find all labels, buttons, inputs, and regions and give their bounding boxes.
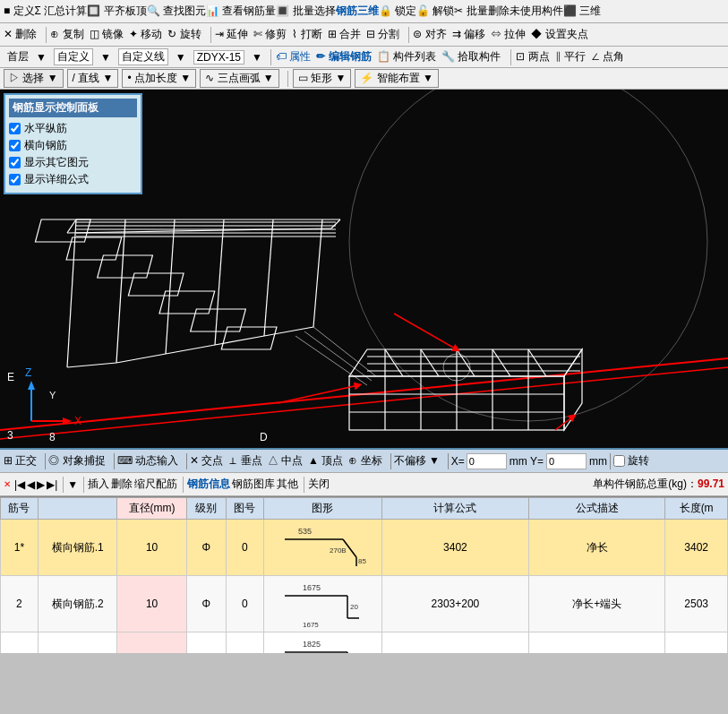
menu-align[interactable]: 🔲 平齐板顶 [87,4,146,19]
status-dynamic[interactable]: ⌨ 动态输入 [117,453,178,469]
layer-code[interactable]: ZDYX-15 [193,50,244,65]
snap-cross[interactable]: ✕ 交点 [190,453,223,469]
layer-sep2: ▼ [100,51,111,64]
main-canvas[interactable]: Z X Y E 3 D 8 钢筋显示控制面板 水平纵筋 横向钢筋 [0,90,728,448]
layer-sep1: ▼ [36,51,47,64]
menu-view-rebar[interactable]: 📊 查看钢筋量 [206,4,276,19]
snap-top[interactable]: ▲ 顶点 [308,453,343,469]
btn-insert[interactable]: 插入 [88,477,109,492]
status-snap[interactable]: ◎ 对象捕捉 [48,453,105,469]
checkbox-other-elem[interactable]: 显示其它图元 [9,155,137,170]
y-input[interactable] [546,453,587,469]
menu-3d[interactable]: ⬛ 三维 [563,4,601,19]
status-bar: ⊞ 正交 ◎ 对象捕捉 ⌨ 动态输入 ✕ 交点 ⊥ 垂点 △ 中点 ▲ 顶点 ⊕… [0,448,728,473]
checkbox-transverse[interactable]: 横向钢筋 [9,138,137,153]
btn-delete[interactable]: ✕ 删除 [4,27,37,42]
btn-select[interactable]: ▷ 选择 ▼ [4,69,64,88]
btn-break[interactable]: ⌇ 打断 [292,27,321,42]
btn-rotate[interactable]: ↻ 旋转 [167,27,201,42]
panel-title: 钢筋显示控制面板 [9,99,137,117]
btn-parallel[interactable]: ∥ 平行 [555,49,586,65]
btn-align[interactable]: ⊜ 对齐 [413,27,446,42]
status-no-offset[interactable]: 不偏移 ▼ [394,453,440,469]
label-other-elem: 显示其它图元 [24,155,89,170]
menu-define[interactable]: ■ 定义 [4,4,35,19]
svg-text:E: E [7,371,14,383]
btn-line[interactable]: / 直线 ▼ [67,69,119,88]
snap-coord[interactable]: ⊕ 坐标 [348,453,381,469]
cell-name: 横向钢筋.1 [38,520,117,576]
btn-member-list[interactable]: 📋 构件列表 [377,49,436,65]
btn-pick-member[interactable]: 🔧 拾取构件 [441,49,501,65]
btn-edit-rebar[interactable]: ✏ 编辑钢筋 [316,49,371,65]
cell-formula: 3402 [381,520,529,576]
table-row[interactable]: 2 横向钢筋.2 10 Φ 0 1675 20 1675 2303+200 净长… [1,576,728,632]
table-row[interactable]: 3 横向钢筋.3 10 Φ 0 1825 20 1925+200 净长+端头 2… [1,632,728,654]
chk-horizontal[interactable] [9,123,21,134]
th-desc: 公式描述 [529,498,665,520]
chk-other-elem[interactable] [9,157,21,168]
label-transverse: 横向钢筋 [24,138,67,153]
chk-detail-formula[interactable] [9,174,21,185]
layer-sep3: ▼ [176,51,186,64]
btn-rebar-info[interactable]: 钢筋信息 [187,477,230,492]
x-input[interactable] [467,453,507,469]
checkbox-horizontal[interactable]: 水平纵筋 [9,121,137,136]
btn-offset[interactable]: ⇉ 偏移 [452,27,485,42]
player-sep1 [63,477,64,493]
btn-scale[interactable]: 缩尺配筋 [134,477,177,492]
btn-other[interactable]: 其他 [277,477,298,492]
btn-grip[interactable]: ◆ 设置夹点 [531,27,587,42]
th-length: 长度(m [665,498,728,520]
btn-player-next[interactable]: ▶ [37,478,45,491]
snap-perp[interactable]: ⊥ 垂点 [228,453,261,469]
btn-rebar-lib[interactable]: 钢筋图库 [232,477,275,492]
checkbox-detail-formula[interactable]: 显示详细公式 [9,172,137,187]
btn-mirror[interactable]: ◫ 镜像 [90,27,124,42]
table-row[interactable]: 1* 横向钢筋.1 10 Φ 0 535 270B 85 3402 净长 340… [1,520,728,576]
btn-player-start[interactable]: |◀ [14,478,25,491]
btn-close[interactable]: 关闭 [308,477,330,492]
cell-desc: 净长+端头 [529,576,665,632]
menu-batch-select[interactable]: 🔳 批量选择 [276,4,335,19]
btn-three-arc[interactable]: ∿ 三点画弧 ▼ [200,69,279,88]
label-detail-formula: 显示详细公式 [24,172,89,187]
chk-transverse[interactable] [9,140,21,151]
btn-player-down[interactable]: ▼ [67,478,78,491]
chk-rotate[interactable] [613,455,625,467]
cell-shape: 0 [227,576,264,632]
rebar-table: 筋号 直径(mm) 级别 图号 图形 计算公式 公式描述 长度(m 1* 横向钢… [0,497,728,653]
btn-two-points[interactable]: ⊡ 两点 [516,49,549,65]
btn-split[interactable]: ⊟ 分割 [366,27,399,42]
btn-trim[interactable]: ✄ 修剪 [253,27,287,42]
btn-player-end[interactable]: ▶| [47,478,57,491]
btn-move[interactable]: ✦ 移动 [129,27,162,42]
status-ortho[interactable]: ⊞ 正交 [4,453,37,469]
svg-text:X: X [74,415,81,427]
status-sep2 [114,453,115,469]
menu-find[interactable]: 🔍 查找图元 [147,4,206,19]
snap-mid[interactable]: △ 中点 [268,453,303,469]
btn-extend[interactable]: ⇥ 延伸 [215,27,248,42]
menu-batch-delete[interactable]: ✂ 批量删除未使用构件 [454,4,562,19]
menu-sum[interactable]: Σ 汇总计算 [35,4,88,19]
btn-delete-rebar[interactable]: 删除 [111,477,133,492]
menu-unlock[interactable]: 🔓 解锁 [416,4,454,19]
btn-angle[interactable]: ∠ 点角 [591,49,624,65]
sep2 [210,27,211,43]
btn-stretch[interactable]: ⇔ 拉伸 [491,27,526,42]
btn-copy[interactable]: ⊕ 复制 [50,27,83,42]
btn-point-length[interactable]: • 点加长度 ▼ [122,69,196,88]
btn-smart-layout[interactable]: ⚡ 智能布置 ▼ [355,69,439,88]
btn-merge[interactable]: ⊞ 合并 [328,27,361,42]
btn-property[interactable]: 🏷 属性 [276,49,311,65]
layer-subtype[interactable]: 自定义线 [118,48,168,65]
menu-lock[interactable]: 🔒 锁定 [379,4,416,19]
btn-rect[interactable]: ▭ 矩形 ▼ [293,69,352,88]
menu-rebar-3d[interactable]: 钢筋三维 [336,4,379,19]
svg-text:1675: 1675 [303,621,319,629]
cell-grade: Φ [186,632,226,654]
btn-player-prev[interactable]: ◀ [27,478,35,491]
total-weight-label: 单构件钢筋总重(kg)：99.71 [593,477,724,492]
layer-type[interactable]: 自定义 [54,48,93,65]
